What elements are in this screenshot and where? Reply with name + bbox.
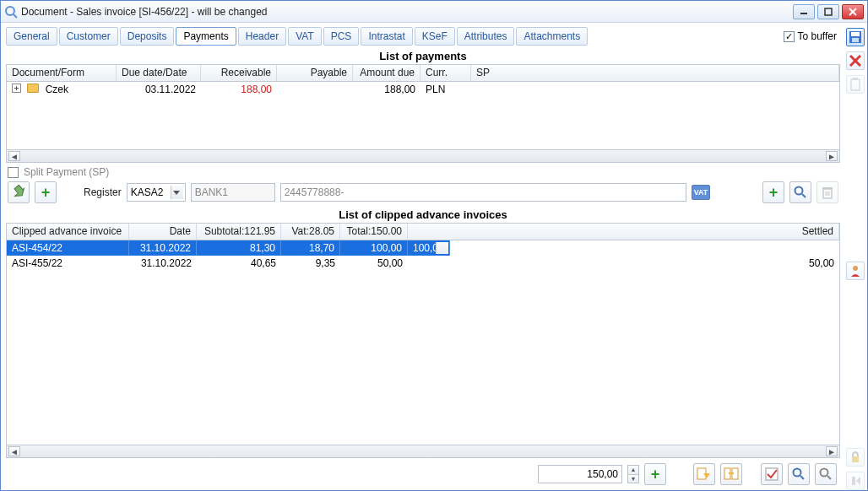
- payments-title: List of payments: [6, 48, 840, 64]
- col-receivable[interactable]: Receivable: [201, 65, 277, 81]
- payments-scrollbar[interactable]: ◄ ►: [7, 149, 839, 162]
- tab-vat[interactable]: VAT: [288, 27, 322, 46]
- col-invoice[interactable]: Clipped advance invoice: [7, 224, 129, 240]
- search-button[interactable]: [789, 181, 811, 203]
- payment-amount: 188,00: [353, 83, 420, 96]
- tab-deposits[interactable]: Deposits: [120, 27, 175, 46]
- document-window: Document - Sales invoice [SI-456/22] - w…: [0, 0, 868, 491]
- col-vat[interactable]: Vat:28.05: [281, 224, 340, 240]
- tab-customer[interactable]: Customer: [59, 27, 118, 46]
- add-payment-button[interactable]: +: [35, 181, 57, 203]
- clipped-scrollbar[interactable]: ◄ ►: [7, 445, 839, 457]
- lock-button: [846, 448, 865, 467]
- svg-line-7: [802, 194, 806, 197]
- bottom-toolbar: ▲▼ +: [6, 458, 840, 487]
- close-button[interactable]: [842, 4, 864, 19]
- cell-date: 31.10.2022: [129, 240, 197, 256]
- cell-subtotal: 81,30: [197, 240, 281, 256]
- vat-button[interactable]: VAT: [692, 185, 710, 200]
- tab-pcs[interactable]: PCS: [323, 27, 360, 46]
- link-doc-button[interactable]: [693, 463, 715, 485]
- to-buffer-checkbox[interactable]: [784, 31, 795, 42]
- import-payment-button[interactable]: [8, 181, 30, 203]
- col-subtotal[interactable]: Subtotal:121.95: [197, 224, 281, 240]
- maximize-button[interactable]: [817, 4, 839, 19]
- add-button[interactable]: +: [762, 181, 784, 203]
- scroll-right-icon[interactable]: ►: [826, 151, 838, 161]
- clipboard-button: [846, 75, 865, 94]
- expand-icon[interactable]: [12, 84, 21, 93]
- col-currency[interactable]: Curr.: [420, 65, 471, 81]
- add-clipped-button[interactable]: +: [644, 463, 666, 485]
- svg-rect-12: [822, 187, 833, 189]
- tab-row: GeneralCustomerDepositsPaymentsHeaderVAT…: [6, 26, 840, 46]
- delete-button: [816, 181, 838, 203]
- zoom-out-button[interactable]: [815, 463, 837, 485]
- svg-line-18: [800, 476, 804, 479]
- split-doc-button[interactable]: [720, 463, 742, 485]
- col-payable[interactable]: Payable: [277, 65, 353, 81]
- col-settled[interactable]: Settled: [408, 224, 839, 240]
- svg-point-19: [821, 469, 828, 477]
- to-buffer-label: To buffer: [798, 30, 837, 42]
- tab-payments[interactable]: Payments: [176, 27, 236, 46]
- split-payment-checkbox[interactable]: [8, 167, 19, 178]
- bank-field: BANK1: [191, 183, 275, 202]
- titlebar: Document - Sales invoice [SI-456/22] - w…: [1, 1, 867, 23]
- svg-rect-26: [851, 79, 860, 90]
- col-due[interactable]: Due date/Date: [117, 65, 201, 81]
- cancel-button[interactable]: [846, 51, 865, 70]
- payment-row[interactable]: Czek 03.11.2022 188,00 188,00 PLN: [7, 82, 839, 97]
- scroll-left-icon[interactable]: ◄: [8, 151, 20, 161]
- amount-spinner[interactable]: ▲▼: [627, 465, 639, 483]
- cell-invoice: ASI-454/22: [7, 240, 129, 256]
- cell-date: 31.10.2022: [129, 256, 197, 270]
- account-field[interactable]: 2445778888-: [280, 183, 686, 202]
- col-document[interactable]: Document/Form: [7, 65, 117, 81]
- scroll-right-icon[interactable]: ►: [826, 446, 838, 456]
- payment-currency: PLN: [420, 83, 471, 96]
- window-title: Document - Sales invoice [SI-456/22] - w…: [21, 6, 793, 18]
- clipped-title: List of clipped advance invoices: [6, 207, 840, 223]
- folder-icon: [27, 84, 39, 93]
- col-total[interactable]: Total:150.00: [340, 224, 408, 240]
- register-label: Register: [84, 186, 122, 198]
- amount-input[interactable]: [538, 465, 622, 483]
- split-payment-label: Split Payment (SP): [24, 166, 109, 178]
- scroll-left-icon[interactable]: ◄: [8, 446, 20, 456]
- minimize-button[interactable]: [793, 4, 815, 19]
- cell-vat: 18,70: [281, 240, 340, 256]
- payment-payable: [277, 89, 353, 90]
- cell-total: 50,00: [340, 256, 408, 270]
- save-button[interactable]: [846, 28, 865, 46]
- cell-subtotal: 40,65: [197, 256, 281, 270]
- svg-line-1: [14, 14, 17, 18]
- cell-settled: 100,00: [408, 240, 450, 256]
- col-sp[interactable]: SP: [471, 65, 839, 81]
- tab-general[interactable]: General: [6, 27, 57, 46]
- tab-ksef[interactable]: KSeF: [415, 27, 455, 46]
- check-doc-button[interactable]: [761, 463, 783, 485]
- clipped-row[interactable]: ASI-455/2231.10.202240,659,3550,0050,00: [7, 256, 839, 271]
- col-amount[interactable]: Amount due: [353, 65, 420, 81]
- tab-attributes[interactable]: Attributes: [457, 27, 515, 46]
- register-select[interactable]: KASA2: [127, 183, 186, 202]
- svg-point-6: [795, 187, 803, 195]
- cell-vat: 9,35: [281, 256, 340, 270]
- cell-total: 100,00: [340, 240, 408, 256]
- clipped-row[interactable]: ASI-454/2231.10.202281,3018,70100,00100,…: [7, 240, 450, 256]
- clipped-grid: Clipped advance invoice Date Subtotal:12…: [6, 223, 840, 458]
- cell-settled: 50,00: [408, 256, 839, 270]
- svg-line-20: [827, 476, 831, 479]
- user-button[interactable]: [846, 262, 865, 280]
- payment-due: 03.11.2022: [117, 83, 201, 96]
- svg-rect-29: [852, 456, 859, 462]
- tab-intrastat[interactable]: Intrastat: [361, 27, 412, 46]
- tab-header[interactable]: Header: [238, 27, 286, 46]
- tab-attachments[interactable]: Attachments: [516, 27, 588, 46]
- zoom-in-button[interactable]: [788, 463, 810, 485]
- payment-receivable: 188,00: [201, 83, 277, 96]
- side-toolbar: [844, 23, 867, 490]
- col-date[interactable]: Date: [129, 224, 197, 240]
- svg-point-28: [853, 266, 858, 271]
